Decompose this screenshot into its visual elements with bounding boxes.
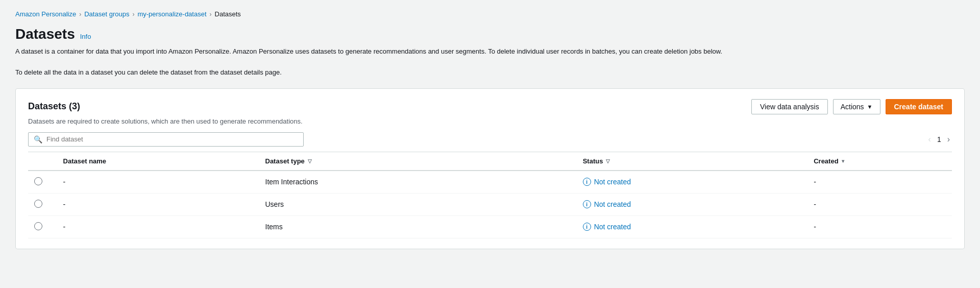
breadcrumb-link-my-personalize-dataset[interactable]: my-personalize-dataset — [137, 10, 206, 18]
row-created-2: - — [807, 193, 952, 215]
row-name-1: - — [57, 171, 259, 194]
page-description-line2: To delete all the data in a dataset you … — [15, 67, 934, 78]
row-type-2: Users — [259, 193, 577, 215]
col-header-status[interactable]: Status ▽ — [577, 152, 808, 171]
dataset-type-sort-icon: ▽ — [308, 158, 312, 164]
row-name-3: - — [57, 215, 259, 238]
card-title: Datasets (3) — [28, 101, 80, 111]
datasets-table: Dataset name Dataset type ▽ Status ▽ — [28, 152, 952, 238]
status-sort-icon: ▽ — [606, 158, 610, 164]
row-status-1: iNot created — [577, 171, 808, 194]
status-info-icon-2: i — [583, 200, 591, 208]
search-row: 🔍 ‹ 1 › — [28, 132, 952, 147]
card-actions: View data analysis Actions ▼ Create data… — [751, 99, 952, 114]
page-description-line1: A dataset is a container for data that y… — [15, 46, 934, 57]
row-type-1: Item Interactions — [259, 171, 577, 194]
table-row: -UsersiNot created- — [28, 193, 952, 215]
datasets-card: Datasets (3) View data analysis Actions … — [15, 88, 965, 249]
search-icon: 🔍 — [34, 135, 42, 143]
search-input[interactable] — [46, 135, 298, 143]
row-radio-2[interactable] — [34, 200, 42, 208]
status-text-1: Not created — [594, 178, 631, 186]
row-radio-1[interactable] — [34, 177, 42, 185]
breadcrumb-link-amazon-personalize[interactable]: Amazon Personalize — [15, 10, 76, 18]
actions-button-label: Actions — [841, 103, 864, 111]
pagination-prev-button[interactable]: ‹ — [926, 134, 933, 145]
pagination: ‹ 1 › — [926, 134, 952, 145]
table-header-row: Dataset name Dataset type ▽ Status ▽ — [28, 152, 952, 171]
card-count: (3) — [69, 101, 80, 111]
breadcrumb-current: Datasets — [215, 10, 241, 18]
breadcrumb-separator-3: › — [210, 11, 212, 18]
status-text-2: Not created — [594, 200, 631, 208]
row-type-3: Items — [259, 215, 577, 238]
card-subtitle: Datasets are required to create solution… — [28, 117, 952, 125]
col-header-checkbox — [28, 152, 57, 171]
row-status-2: iNot created — [577, 193, 808, 215]
created-sort-icon: ▾ — [842, 158, 844, 164]
card-title-group: Datasets (3) — [28, 101, 80, 112]
table-row: -Item InteractionsiNot created- — [28, 171, 952, 194]
page-title: Datasets — [15, 26, 75, 42]
actions-dropdown-icon: ▼ — [867, 104, 873, 110]
row-status-3: iNot created — [577, 215, 808, 238]
card-title-text: Datasets — [28, 101, 66, 111]
breadcrumb: Amazon Personalize › Dataset groups › my… — [15, 10, 965, 18]
row-created-1: - — [807, 171, 952, 194]
col-header-dataset-type[interactable]: Dataset type ▽ — [259, 152, 577, 171]
card-header: Datasets (3) View data analysis Actions … — [28, 99, 952, 114]
pagination-current-page: 1 — [937, 135, 941, 143]
status-info-icon-1: i — [583, 178, 591, 186]
status-text-3: Not created — [594, 223, 631, 231]
info-link[interactable]: Info — [80, 33, 91, 40]
row-radio-3[interactable] — [34, 222, 42, 230]
create-dataset-button[interactable]: Create dataset — [886, 99, 952, 114]
pagination-next-button[interactable]: › — [945, 134, 952, 145]
row-created-3: - — [807, 215, 952, 238]
search-box: 🔍 — [28, 132, 304, 147]
col-header-created[interactable]: Created ▾ — [807, 152, 952, 171]
page-wrapper: Amazon Personalize › Dataset groups › my… — [0, 0, 980, 259]
status-info-icon-3: i — [583, 223, 591, 231]
view-data-analysis-button[interactable]: View data analysis — [751, 99, 828, 114]
page-title-row: Datasets Info — [15, 26, 965, 42]
actions-button[interactable]: Actions ▼ — [833, 99, 880, 114]
col-header-dataset-name: Dataset name — [57, 152, 259, 171]
breadcrumb-link-dataset-groups[interactable]: Dataset groups — [84, 10, 129, 18]
breadcrumb-separator-2: › — [132, 11, 134, 18]
table-row: -ItemsiNot created- — [28, 215, 952, 238]
row-name-2: - — [57, 193, 259, 215]
breadcrumb-separator-1: › — [79, 11, 81, 18]
